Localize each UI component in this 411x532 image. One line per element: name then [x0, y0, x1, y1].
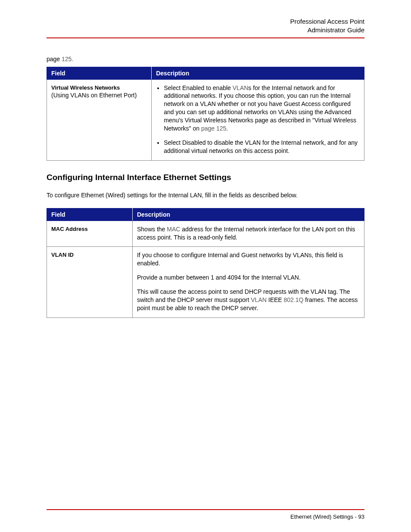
table1-header-field: Field — [47, 67, 152, 79]
link-8021q: 802.1Q — [284, 296, 304, 303]
footer-page: 93 — [358, 513, 364, 520]
header-line1: Professional Access Point — [47, 17, 364, 26]
vlan-p3: This will cause the access point to send… — [137, 288, 360, 312]
footer-sep: - — [353, 513, 358, 520]
vlanid-desc: If you choose to configure Internal and … — [132, 247, 364, 317]
link-vlan: VLAN — [233, 84, 249, 91]
vwn-bullet-enabled: Select Enabled to enable VLANs for the I… — [164, 84, 360, 133]
table-row: Virtual Wireless Networks (Using VLANs o… — [47, 79, 364, 160]
continuation-ref: page 125. — [47, 56, 364, 62]
table2-header-field: Field — [47, 208, 133, 221]
link-page125: page 125 — [201, 125, 226, 132]
page-ref-num: 125. — [62, 56, 73, 62]
vlan-p2: Provide a number between 1 and 4094 for … — [137, 274, 360, 282]
vwn-bullet-disabled: Select Disabled to disable the VLAN for … — [164, 139, 360, 155]
vwn-field-sub: (Using VLANs on Ethernet Port) — [51, 91, 147, 100]
link-mac: MAC — [167, 226, 180, 233]
footer: Ethernet (Wired) Settings - 93 — [47, 509, 364, 520]
vlanid-field: VLAN ID — [47, 247, 133, 317]
header-block: Professional Access Point Administrator … — [47, 17, 364, 38]
mac-desc: Shows the MAC address for the Internal n… — [132, 221, 364, 247]
table-internal-interface: Field Description MAC Address Shows the … — [47, 208, 364, 318]
table-row: VLAN ID If you choose to configure Inter… — [47, 247, 364, 317]
link-vlan2: VLAN — [251, 296, 267, 303]
table2-header-description: Description — [132, 208, 364, 221]
table-virtual-wireless: Field Description Virtual Wireless Netwo… — [47, 67, 364, 161]
table1-header-description: Description — [152, 67, 364, 79]
mac-field: MAC Address — [47, 221, 133, 247]
vwn-field-title: Virtual Wireless Networks — [51, 84, 147, 92]
vlan-p1: If you choose to configure Internal and … — [137, 251, 360, 268]
section-heading: Configuring Internal Interface Ethernet … — [47, 173, 364, 182]
footer-section: Ethernet (Wired) Settings — [290, 513, 353, 520]
table-row: MAC Address Shows the MAC address for th… — [47, 221, 364, 247]
vwn-desc-cell: Select Enabled to enable VLANs for the I… — [152, 79, 364, 160]
vwn-field-cell: Virtual Wireless Networks (Using VLANs o… — [47, 79, 152, 160]
page-ref-prefix: page — [47, 56, 62, 62]
header-line2: Administrator Guide — [47, 26, 364, 34]
section-intro: To configure Ethernet (Wired) settings f… — [47, 192, 364, 199]
